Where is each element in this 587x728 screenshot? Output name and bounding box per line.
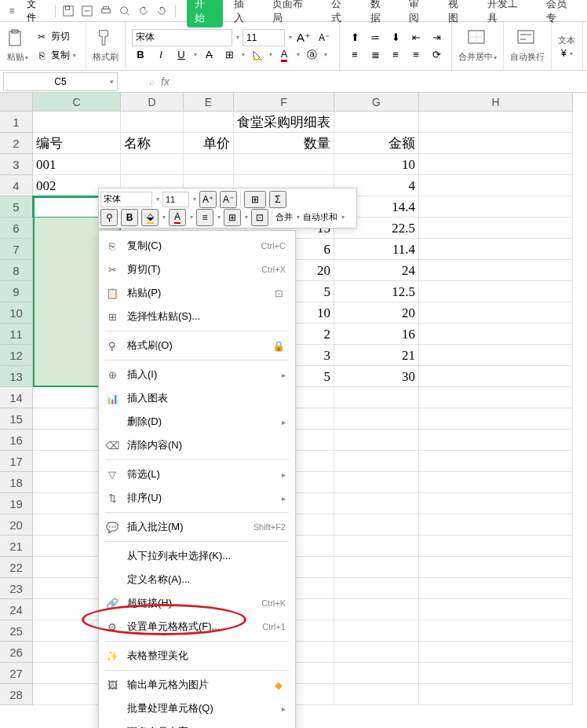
cell-G26[interactable] bbox=[334, 642, 419, 663]
cell-E3[interactable] bbox=[184, 154, 234, 175]
row-header[interactable]: 9 bbox=[0, 281, 33, 302]
fx-icon[interactable]: fx bbox=[161, 75, 170, 88]
col-header-G[interactable]: G bbox=[334, 93, 419, 112]
mini-bold[interactable]: B bbox=[121, 209, 138, 226]
mini-decrease-font[interactable]: A⁻ bbox=[220, 191, 237, 208]
cell-G15[interactable] bbox=[334, 408, 419, 430]
cell-G21[interactable] bbox=[334, 536, 419, 557]
menu-icon[interactable]: ≡ bbox=[3, 2, 20, 20]
cell-F3[interactable] bbox=[234, 154, 334, 175]
indent-decrease-button[interactable]: ⇤ bbox=[407, 29, 425, 46]
cell-H19[interactable] bbox=[419, 493, 573, 514]
italic-button[interactable]: I bbox=[152, 46, 170, 64]
cell-H23[interactable] bbox=[419, 578, 573, 599]
cell-E1[interactable] bbox=[184, 112, 234, 133]
chevron-down-icon[interactable]: ▾ bbox=[236, 34, 239, 41]
menu-insert[interactable]: ⊕插入(I)▸ bbox=[99, 363, 295, 386]
cell-H1[interactable] bbox=[419, 112, 573, 133]
row-header[interactable]: 13 bbox=[0, 366, 33, 387]
cell-F1[interactable]: 食堂采购明细表 bbox=[234, 112, 334, 133]
cut-button[interactable]: ✂剪切 bbox=[31, 28, 79, 46]
chevron-down-icon[interactable]: ▾ bbox=[289, 34, 292, 41]
align-justify-button[interactable]: ≡ bbox=[407, 46, 425, 64]
row-header[interactable]: 26 bbox=[0, 642, 33, 663]
row-header[interactable]: 24 bbox=[0, 599, 33, 620]
currency-button[interactable]: ¥▾ bbox=[558, 46, 576, 60]
cell-H25[interactable] bbox=[419, 620, 573, 642]
menu-insert-chart[interactable]: 📊插入图表 bbox=[99, 386, 295, 410]
cell-G12[interactable]: 21 bbox=[334, 345, 419, 366]
cell-H14[interactable] bbox=[419, 387, 573, 408]
cell-H5[interactable] bbox=[419, 196, 573, 218]
cell-H15[interactable] bbox=[419, 408, 573, 430]
saveas-icon[interactable] bbox=[78, 2, 96, 20]
menu-hyperlink[interactable]: 🔗超链接(H)...Ctrl+K bbox=[99, 591, 295, 615]
menu-cut[interactable]: ✂剪切(T)Ctrl+X bbox=[99, 258, 295, 281]
mini-style[interactable]: ⊡ bbox=[251, 209, 268, 226]
menu-dropdown-select[interactable]: 从下拉列表中选择(K)... bbox=[99, 544, 295, 568]
menu-format-cells[interactable]: ⚙设置单元格格式(F)...Ctrl+1 bbox=[99, 615, 295, 638]
increase-font-button[interactable]: A⁺ bbox=[295, 29, 312, 46]
font-color-button[interactable]: A bbox=[275, 46, 293, 64]
border-button[interactable]: ⊞ bbox=[221, 46, 238, 64]
cell-H26[interactable] bbox=[419, 642, 573, 663]
cancel-formula-icon[interactable]: ⌕ bbox=[149, 76, 155, 87]
row-header[interactable]: 21 bbox=[0, 536, 33, 557]
row-header[interactable]: 8 bbox=[0, 260, 33, 281]
cell-G3[interactable]: 10 bbox=[334, 154, 419, 175]
undo-icon[interactable] bbox=[135, 2, 152, 20]
cell-G7[interactable]: 11.4 bbox=[334, 239, 419, 260]
decrease-font-button[interactable]: A⁻ bbox=[315, 29, 333, 46]
row-header[interactable]: 18 bbox=[0, 472, 33, 493]
col-header-C[interactable]: C bbox=[33, 93, 121, 112]
print-icon[interactable] bbox=[97, 2, 115, 20]
mini-merge-label[interactable]: 合并 bbox=[275, 209, 293, 226]
select-all-corner[interactable] bbox=[0, 93, 33, 112]
row-header[interactable]: 10 bbox=[0, 302, 33, 324]
cell-G16[interactable] bbox=[334, 430, 419, 451]
format-painter-icon[interactable] bbox=[95, 29, 117, 51]
align-right-button[interactable]: ≡ bbox=[387, 46, 404, 64]
cell-C1[interactable] bbox=[33, 112, 121, 133]
col-header-H[interactable]: H bbox=[419, 93, 573, 112]
mini-fill-color[interactable]: ⬙ bbox=[141, 209, 159, 226]
cell-G11[interactable]: 16 bbox=[334, 324, 419, 345]
row-header[interactable]: 27 bbox=[0, 663, 33, 684]
menu-filter[interactable]: ▽筛选(L)▸ bbox=[99, 463, 295, 486]
cell-H18[interactable] bbox=[419, 472, 573, 493]
row-header[interactable]: 15 bbox=[0, 408, 33, 430]
menu-batch-process[interactable]: 批量处理单元格(Q)▸ bbox=[99, 697, 295, 720]
cell-G10[interactable]: 20 bbox=[334, 302, 419, 324]
preview-icon[interactable] bbox=[116, 2, 133, 20]
cell-D3[interactable] bbox=[121, 154, 184, 175]
cell-G24[interactable] bbox=[334, 599, 419, 620]
menu-sort[interactable]: ⇅排序(U)▸ bbox=[99, 486, 295, 510]
row-header[interactable]: 22 bbox=[0, 557, 33, 578]
cell-G2[interactable]: 金额 bbox=[334, 133, 419, 154]
cell-H10[interactable] bbox=[419, 302, 573, 324]
cell-H2[interactable] bbox=[419, 133, 573, 154]
align-top-button[interactable]: ⬆ bbox=[346, 29, 363, 46]
cell-H20[interactable] bbox=[419, 514, 573, 536]
cell-H21[interactable] bbox=[419, 536, 573, 557]
cell-G1[interactable] bbox=[334, 112, 419, 133]
cell-G28[interactable] bbox=[334, 684, 419, 705]
row-header[interactable]: 17 bbox=[0, 451, 33, 472]
redo-icon[interactable] bbox=[153, 2, 170, 20]
cell-G23[interactable] bbox=[334, 578, 419, 599]
mini-merge-icon[interactable]: ⊞ bbox=[244, 191, 266, 208]
row-header[interactable]: 7 bbox=[0, 239, 33, 260]
cell-H22[interactable] bbox=[419, 557, 573, 578]
cell-G18[interactable] bbox=[334, 472, 419, 493]
row-header[interactable]: 14 bbox=[0, 387, 33, 408]
copy-button[interactable]: ⎘复制▾ bbox=[31, 47, 79, 64]
cell-H3[interactable] bbox=[419, 154, 573, 175]
menu-define-name[interactable]: 定义名称(A)... bbox=[99, 568, 295, 591]
cell-H4[interactable] bbox=[419, 175, 573, 196]
mini-increase-font[interactable]: A⁺ bbox=[199, 191, 217, 208]
mini-align[interactable]: ≡ bbox=[196, 209, 213, 226]
wrap-icon[interactable] bbox=[516, 29, 538, 51]
cell-H27[interactable] bbox=[419, 663, 573, 684]
row-header[interactable]: 28 bbox=[0, 684, 33, 705]
menu-export-image[interactable]: 🖼输出单元格为图片◆ bbox=[99, 673, 295, 697]
